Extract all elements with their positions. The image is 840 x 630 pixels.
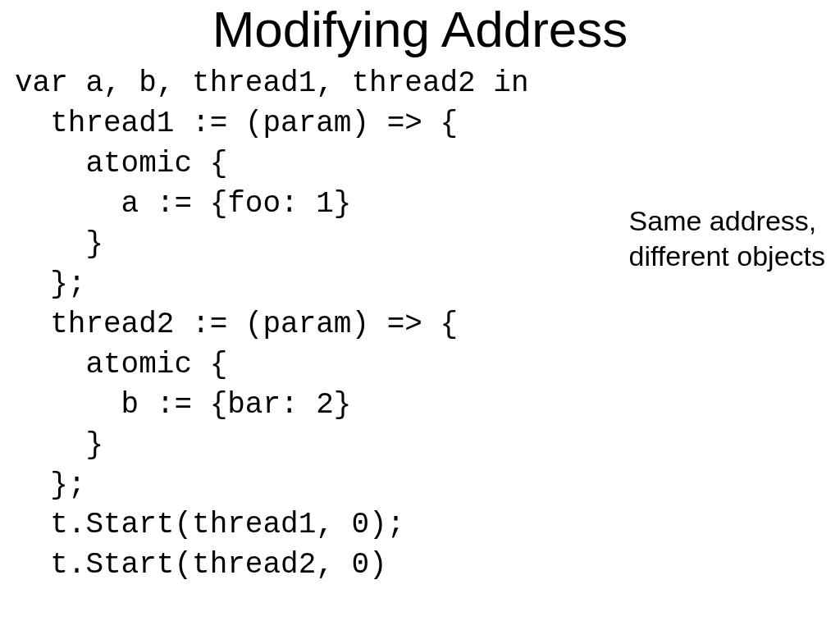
code-line: thread1 := (param) => { <box>15 107 458 140</box>
code-line: b := {bar: 2} <box>15 388 351 422</box>
code-line: thread2 := (param) => { <box>15 308 458 341</box>
annotation-line: Same address, <box>629 203 825 239</box>
annotation: Same address, different objects <box>629 203 825 273</box>
code-line: } <box>15 428 103 462</box>
code-line: }; <box>15 468 85 502</box>
code-line: }; <box>15 267 85 301</box>
code-line: } <box>15 227 103 261</box>
code-line: var a, b, thread1, thread2 in <box>15 66 529 100</box>
code-line: atomic { <box>15 348 227 381</box>
code-line: a := {foo: 1} <box>15 187 351 221</box>
slide: Modifying Address var a, b, thread1, thr… <box>0 0 840 630</box>
slide-title: Modifying Address <box>0 0 840 58</box>
code-line: t.Start(thread1, 0); <box>15 508 404 541</box>
annotation-line: different objects <box>629 239 825 274</box>
code-line: t.Start(thread2, 0) <box>15 548 387 582</box>
code-line: atomic { <box>15 147 227 180</box>
code-block: var a, b, thread1, thread2 in thread1 :=… <box>15 64 529 586</box>
